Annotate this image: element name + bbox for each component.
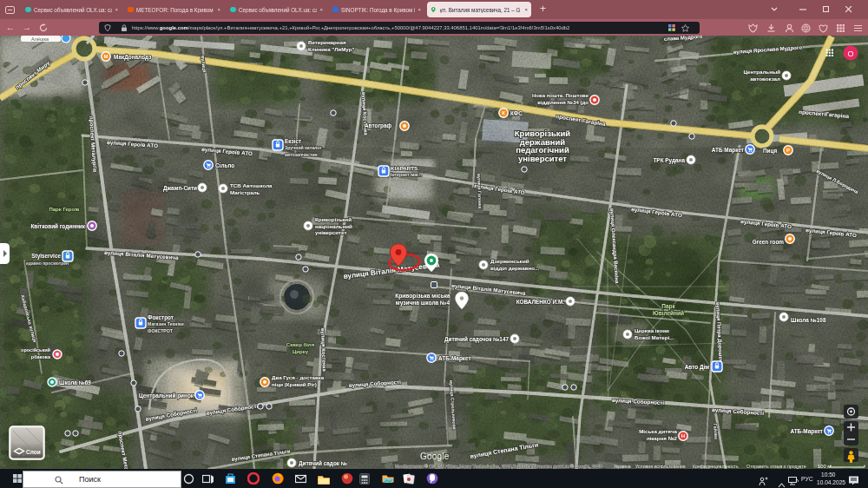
svg-text:Парк: Парк (661, 303, 675, 310)
svg-text:відділення №34 (до: відділення №34 (до (537, 100, 589, 105)
svg-text:Клиника "ЛяМур": Клиника "ЛяМур" (308, 46, 354, 52)
svg-text:МакДональдз: МакДональдз (114, 54, 151, 61)
svg-text:ТРК Рудана: ТРК Рудана (653, 157, 685, 164)
svg-text:Сквер біля: Сквер біля (286, 342, 315, 347)
svg-text:едавно просмотрен: едавно просмотрен (26, 260, 69, 266)
svg-text:Фокстрот: Фокстрот (148, 314, 174, 321)
svg-text:Stylservice: Stylservice (31, 253, 61, 260)
svg-text:Центральный: Центральный (743, 69, 780, 75)
svg-text:Р: Р (786, 148, 790, 153)
svg-text:Слои: Слои (26, 449, 41, 455)
svg-text:Екзіст: Екзіст (285, 138, 301, 144)
svg-text:піци (Кривий Ріг): піци (Кривий Ріг) (272, 381, 317, 387)
svg-text:Божої Матері...: Божої Матері... (635, 334, 674, 340)
svg-text:Н: Н (681, 433, 685, 439)
svg-text:Ветеринарная: Ветеринарная (308, 39, 346, 45)
svg-text:Green room: Green room (753, 239, 785, 245)
svg-text:Изображения © CNES / Airbus,Ma: Изображения © CNES / Airbus,Maxar Techno… (395, 464, 602, 469)
svg-text:автовокзал: автовокзал (750, 76, 780, 82)
svg-text:Дитячий садок №: Дитячий садок № (299, 460, 347, 467)
svg-text:відділ державно...: відділ державно... (490, 265, 539, 271)
svg-text:Джамп-Сити: Джамп-Сити (163, 185, 197, 192)
svg-text:Сільпо: Сільпо (215, 162, 234, 168)
svg-text:Два Гуся - доставка: Два Гуся - доставка (272, 374, 325, 380)
svg-text:Украина: Украина (614, 464, 631, 469)
svg-text:Ювілейний: Ювілейний (653, 310, 684, 316)
svg-text:Нова пошта. Поштове: Нова пошта. Поштове (532, 93, 589, 98)
svg-text:100 м: 100 м (818, 464, 831, 469)
svg-text:КФС: КФС (510, 110, 523, 116)
svg-text:університет: університет (518, 154, 567, 163)
svg-text:лікарня №2: лікарня №2 (647, 435, 678, 441)
svg-text:KIAPARTS.: KIAPARTS. (391, 165, 419, 171)
svg-text:Отправить отзыв о продукте: Отправить отзыв о продукте (746, 464, 806, 469)
svg-text:Пиця: Пиця (763, 148, 777, 155)
svg-text:Парк Героїв: Парк Героїв (49, 207, 79, 212)
svg-text:ТСВ Автошкола: ТСВ Автошкола (230, 182, 273, 188)
svg-text:музична школа №4: музична школа №4 (396, 300, 450, 307)
svg-text:Школа №108: Школа №108 (791, 317, 826, 323)
svg-text:Авто Дім: Авто Дім (685, 364, 710, 371)
svg-text:К: К (502, 110, 505, 115)
svg-text:O: O (847, 49, 853, 58)
svg-text:Магістраль: Магістраль (230, 189, 260, 195)
svg-text:Квітковий годинник: Квітковий годинник (30, 223, 85, 230)
svg-text:Церква ікони: Церква ікони (635, 327, 669, 333)
svg-text:Магазин Техніки: Магазин Техніки (148, 321, 184, 326)
svg-text:Криворізький: Криворізький (315, 216, 352, 222)
svg-text:автозапчастин: автозапчастин (285, 152, 318, 157)
svg-text:Зручний каталог: Зручний каталог (285, 145, 323, 150)
svg-text:АТБ-Маркет: АТБ-Маркет (438, 355, 471, 362)
svg-text:університет: університет (315, 229, 347, 235)
svg-text:Школа №69: Школа №69 (59, 379, 91, 386)
svg-text:ФОКСТРОТ: ФОКСТРОТ (148, 328, 174, 333)
svg-text:КОВАЛЕНКО И.М.: КОВАЛЕНКО И.М. (516, 299, 565, 305)
svg-text:М: М (104, 54, 108, 59)
svg-text:Конфиденциальность: Конфиденциальность (693, 464, 739, 469)
svg-text:Інтернет-маг...: Інтернет-маг... (391, 172, 423, 177)
svg-text:Условия использования: Условия использования (635, 464, 686, 469)
svg-text:АТБ-Маркет: АТБ-Маркет (790, 428, 823, 435)
svg-text:Центральний ринок: Центральний ринок (139, 392, 194, 399)
svg-text:Дзержинський: Дзержинський (490, 258, 529, 264)
svg-text:Цирку: Цирку (293, 349, 309, 354)
svg-text:Алёшка: Алёшка (31, 36, 49, 42)
svg-text:Google: Google (420, 452, 450, 461)
svg-text:оросійський: оросійський (21, 347, 50, 353)
svg-text:АТБ Маркет: АТБ Маркет (712, 147, 744, 154)
svg-text:Автограф: Автограф (365, 122, 392, 129)
svg-text:національний: національний (315, 223, 352, 229)
svg-text:Дитячий садочок №147: Дитячий садочок №147 (444, 336, 509, 343)
svg-text:Міська дитяча: Міська дитяча (639, 428, 677, 434)
svg-text:рбакова: рбакова (31, 354, 51, 359)
